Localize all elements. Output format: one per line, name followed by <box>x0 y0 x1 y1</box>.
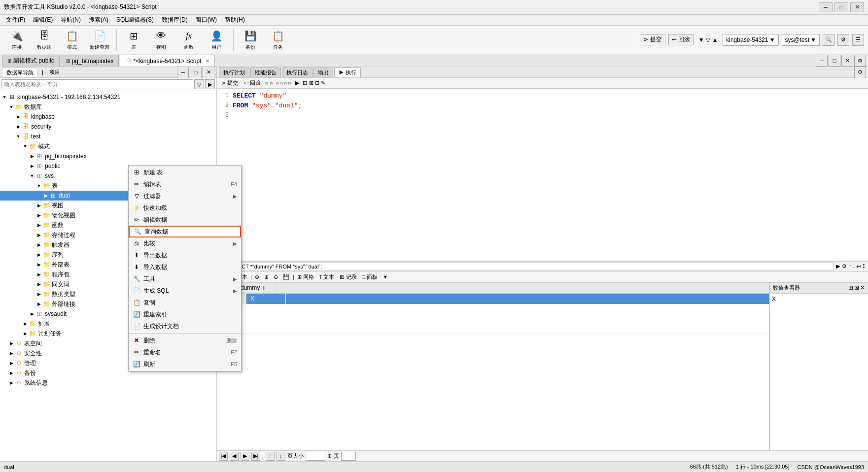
menu-edit[interactable]: 编辑(E) <box>29 15 57 25</box>
tab-max-btn[interactable]: □ <box>829 55 840 67</box>
toolbar-database[interactable]: 🗄 数据库 <box>32 28 57 52</box>
expander-security[interactable]: ▶ <box>15 123 22 130</box>
tab-public[interactable]: ⊞ 编辑模式 public <box>2 55 60 67</box>
ctx-filter[interactable]: ▽ 过滤器 ▶ <box>129 190 241 202</box>
record-view-btn[interactable]: 🖹 记录 <box>337 273 359 281</box>
ctx-refresh[interactable]: 🔄 刷新 F5 <box>129 358 241 370</box>
ctx-query-data[interactable]: 🔍 查询数据 <box>129 226 241 237</box>
pg-last-btn[interactable]: ▶| <box>251 452 260 461</box>
toolbar-user[interactable]: 👤 用户 <box>204 28 229 52</box>
tab-script-close[interactable]: ✕ <box>206 58 209 64</box>
close-button[interactable]: ✕ <box>850 2 864 12</box>
tab-perf-report[interactable]: 性能报告 <box>250 67 281 77</box>
tree-db-security[interactable]: ▶ 🗄 security <box>0 122 216 132</box>
tab-execute[interactable]: ▶ 执行 <box>334 67 361 77</box>
result-sql-input[interactable] <box>225 262 834 271</box>
expander-dual[interactable]: ▶ <box>42 192 49 199</box>
exec-btn[interactable]: ⊳ 提交 <box>219 79 241 87</box>
expander-backup[interactable]: ▶ <box>8 370 15 376</box>
grid-col-dummy[interactable]: dummy ⬆ <box>237 283 276 293</box>
search-btn[interactable]: 🔍 <box>823 34 834 46</box>
search-input[interactable] <box>1 79 193 89</box>
expander-func[interactable]: ▶ <box>35 222 42 229</box>
ctx-edit-data[interactable]: ✏ 编辑数据 <box>129 214 241 226</box>
filter-btn1[interactable]: ↑ <box>849 263 852 270</box>
tree-pg-bitmapindex[interactable]: ▶ ⊞ pg_bitmapindex <box>0 151 216 161</box>
toolbar-task[interactable]: 📋 任务 <box>265 28 291 52</box>
search-filter-btn[interactable]: ▽ <box>194 79 204 89</box>
toolbar-view[interactable]: 👁 视图 <box>148 28 174 52</box>
expander-ext-table[interactable]: ▶ <box>35 261 42 268</box>
sidebar-min-btn[interactable]: ─ <box>177 67 189 78</box>
filter-btn4[interactable]: ↥ <box>862 263 866 270</box>
expander-pg-bitmapindex[interactable]: ▶ <box>29 153 35 160</box>
tab-script[interactable]: 📄 *<kingbase-54321> Script ✕ <box>120 55 214 67</box>
grid-view-btn[interactable]: ⊞ 网格 <box>295 273 316 281</box>
tab-output[interactable]: 输出 <box>313 67 333 77</box>
filter-run-btn[interactable]: ▶ <box>836 263 840 270</box>
expander-sysaudit[interactable]: ▶ <box>29 310 35 317</box>
editor-content[interactable]: 1 SELECT "dummy" 2 FROM "sys"."dual"; 3 <box>217 89 868 261</box>
pg-prev-btn[interactable]: ◀ <box>230 452 239 461</box>
expander-ext[interactable]: ▶ <box>22 320 29 327</box>
expander-public[interactable]: ▶ <box>29 163 35 169</box>
expander-seq[interactable]: ▶ <box>35 251 42 258</box>
expander-datatype[interactable]: ▶ <box>35 291 42 298</box>
server-dropdown[interactable]: kingbase-54321 ▼ <box>723 34 778 46</box>
ctx-export[interactable]: ⬆ 导出数据 <box>129 249 241 261</box>
expander-kingbase[interactable]: ▶ <box>15 113 22 120</box>
ctx-gen-design-doc[interactable]: 📄 生成设计文档 <box>129 320 241 332</box>
ctx-import[interactable]: ⬇ 导入数据 <box>129 261 241 273</box>
more-btn[interactable]: ☰ <box>852 34 864 46</box>
expander-synonym[interactable]: ▶ <box>35 281 42 288</box>
ctx-compare[interactable]: ⚖ 比较 ▶ <box>129 237 241 249</box>
ctx-new-table[interactable]: ⊞ 新建 表 <box>129 167 241 178</box>
search-go-btn[interactable]: ▶ <box>205 79 215 89</box>
db-dropdown[interactable]: sys@test ▼ <box>782 34 820 46</box>
filter-settings[interactable]: ⚙ <box>842 263 847 270</box>
expander-db-folder[interactable]: ▼ <box>8 103 15 110</box>
text-view-btn[interactable]: T 文本 <box>317 273 337 281</box>
expander-schema-folder[interactable]: ▼ <box>22 143 29 150</box>
expander-manage[interactable]: ▶ <box>8 360 15 367</box>
tab-settings-btn[interactable]: ⚙ <box>854 55 866 67</box>
tree-db-folder[interactable]: ▼ 📁 数据库 <box>0 102 216 112</box>
pg-pagesize-input[interactable]: 200 <box>306 452 325 461</box>
pg-first-btn[interactable]: |◀ <box>219 452 228 461</box>
exec-icon-btn[interactable]: ▶ <box>293 79 302 87</box>
menu-search[interactable]: 搜索(A) <box>85 15 112 25</box>
sidebar-close-btn[interactable]: ✕ <box>203 67 214 78</box>
toolbar-function[interactable]: fx 函数 <box>176 28 202 52</box>
ctx-quick-load[interactable]: ⚡ 快速加载 <box>129 202 241 214</box>
pg-link2[interactable]: ↓ <box>277 452 285 461</box>
filter-btn3[interactable]: ↤ <box>856 263 861 270</box>
tab-min-btn[interactable]: ─ <box>816 55 828 67</box>
ctx-rename[interactable]: ✏ 重命名 F2 <box>129 346 241 358</box>
ctx-delete[interactable]: ✖ 删除 删除 <box>129 335 241 346</box>
expander-mat-view[interactable]: ▶ <box>35 212 42 219</box>
tab-exec-plan[interactable]: 执行计划 <box>219 67 249 77</box>
maximize-button[interactable]: □ <box>834 2 848 12</box>
pg-link1[interactable]: ↑ <box>266 452 275 461</box>
settings-btn[interactable]: ⚙ <box>837 34 849 46</box>
sidebar-tab-project[interactable]: 项目 <box>45 67 64 77</box>
rollback-exec-btn[interactable]: ↩ 回滚 <box>242 79 263 87</box>
tree-server[interactable]: ▼ 🖥 kingbase-54321 - 192.168.2.134:54321 <box>0 92 216 102</box>
menu-sql[interactable]: SQL编辑器(S) <box>112 15 158 25</box>
menu-window[interactable]: 窗口(W) <box>192 15 221 25</box>
expander-table-folder[interactable]: ▼ <box>35 182 42 189</box>
expander-schedule[interactable]: ▶ <box>22 330 29 337</box>
tree-sysinfo-folder[interactable]: ▶ ⚙ 系统信息 <box>0 378 216 388</box>
submit-btn[interactable]: ⊳ 提交 <box>640 34 665 45</box>
expander-server[interactable]: ▼ <box>1 94 8 101</box>
save-row-btn[interactable]: 💾 <box>281 273 292 281</box>
expander-tablespace[interactable]: ▶ <box>8 340 15 347</box>
expander-view-folder[interactable]: ▶ <box>35 202 42 209</box>
filter-btn2[interactable]: ↓ <box>853 263 856 270</box>
tab-pg-bitmapindex[interactable]: ⊞ pg_bitmapindex <box>61 55 119 67</box>
tab-close-btn[interactable]: ✕ <box>841 55 853 67</box>
result-grid[interactable]: dummy ⬆ 1 X <box>217 283 769 451</box>
toolbar-schema[interactable]: 📋 模式 <box>59 28 85 52</box>
tree-db-test[interactable]: ▼ 🗄 test <box>0 132 216 141</box>
expander-test[interactable]: ▼ <box>15 133 22 140</box>
